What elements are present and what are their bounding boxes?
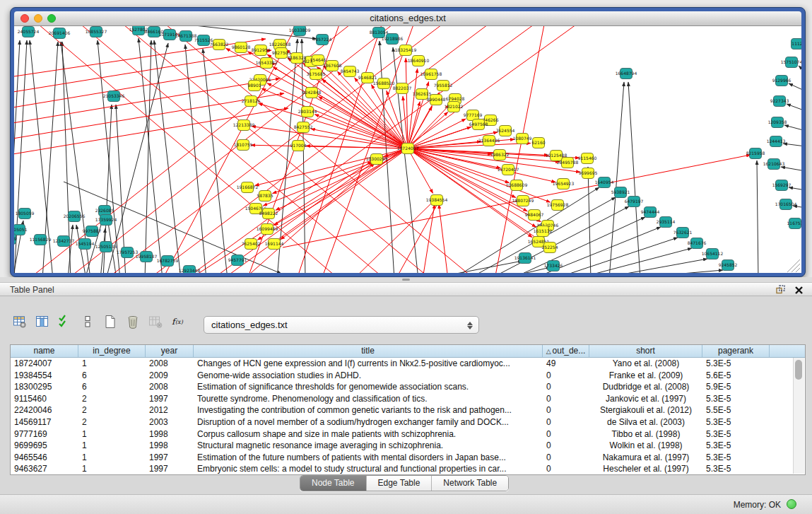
- graph-edge[interactable]: [408, 148, 548, 155]
- graph-node[interactable]: 8471676: [688, 238, 707, 249]
- graph-edge[interactable]: [757, 160, 758, 273]
- graph-edge[interactable]: [595, 259, 707, 273]
- graph-node[interactable]: 917004: [290, 141, 307, 151]
- graph-node[interactable]: 8427552: [294, 122, 313, 133]
- network-canvas[interactable]: 2405572420691406108553271527802846616010…: [14, 26, 801, 273]
- column-header-year[interactable]: year: [146, 345, 194, 357]
- close-window-icon[interactable]: [20, 14, 29, 23]
- graph-edge[interactable]: [408, 143, 531, 148]
- graph-node[interactable]: 2803144: [298, 107, 317, 117]
- table-row[interactable]: 1830029562008Estimation of significance …: [11, 381, 805, 393]
- graph-edge[interactable]: [408, 148, 551, 202]
- close-panel-icon[interactable]: [794, 285, 804, 298]
- table-settings-icon[interactable]: [13, 315, 27, 332]
- graph-node[interactable]: 9245852: [719, 260, 738, 271]
- graph-node[interactable]: 1209358: [768, 117, 787, 128]
- graph-edge[interactable]: [423, 204, 435, 273]
- graph-edge[interactable]: [408, 69, 418, 148]
- graph-edge[interactable]: [185, 45, 206, 273]
- graph-edge[interactable]: [588, 167, 591, 273]
- graph-edge[interactable]: [427, 261, 522, 273]
- graph-node[interactable]: 8822037: [393, 83, 412, 94]
- tab-network-table[interactable]: Network Table: [432, 476, 508, 491]
- scrollbar-thumb[interactable]: [795, 360, 802, 380]
- graph-node[interactable]: 1244413: [767, 136, 786, 147]
- delete-column-disabled-icon[interactable]: [148, 315, 163, 332]
- table-select-dropdown[interactable]: citations_edges.txt: [204, 316, 479, 334]
- graph-edge[interactable]: [784, 125, 801, 131]
- graph-node[interactable]: 98901: [247, 81, 261, 91]
- table-row[interactable]: 969969511998Structural magnetic resonanc…: [11, 440, 805, 452]
- vertical-scrollbar[interactable]: [793, 358, 804, 474]
- graph-node[interactable]: 11156829: [30, 235, 52, 245]
- graph-edge[interactable]: [408, 148, 560, 162]
- graph-node[interactable]: 16210643: [763, 159, 785, 170]
- minimize-window-icon[interactable]: [34, 14, 42, 23]
- zoom-window-icon[interactable]: [47, 14, 56, 23]
- graph-edge[interactable]: [14, 50, 271, 94]
- graph-node[interactable]: 8912954: [252, 45, 271, 56]
- graph-node[interactable]: 7857224: [313, 35, 332, 45]
- graph-node[interactable]: 2935114: [657, 217, 676, 228]
- graph-edge[interactable]: [628, 82, 640, 273]
- graph-node[interactable]: 1080749: [513, 134, 532, 144]
- column-header-out-de-[interactable]: △out_de...: [543, 345, 589, 357]
- graph-edge[interactable]: [439, 204, 448, 273]
- graph-node[interactable]: 3624554: [496, 126, 515, 136]
- window-resize-grip-icon[interactable]: [792, 264, 800, 272]
- table-row[interactable]: 1938455462009Genome-wide association stu…: [11, 370, 805, 382]
- graph-node[interactable]: 21053346: [103, 91, 125, 102]
- graph-node[interactable]: 19384554: [426, 195, 448, 206]
- graph-node[interactable]: 8215958: [746, 148, 765, 159]
- graph-node[interactable]: 1691144: [265, 239, 284, 250]
- graph-node[interactable]: 9129966: [772, 76, 792, 86]
- tab-edge-table[interactable]: Edge Table: [367, 476, 433, 491]
- column-header-title[interactable]: title: [194, 345, 543, 357]
- graph-node[interactable]: 16648794: [616, 69, 637, 79]
- graph-node[interactable]: 8454743: [341, 66, 360, 77]
- window-titlebar[interactable]: citations_edges.txt: [14, 11, 801, 26]
- graph-node[interactable]: 10654112: [702, 249, 724, 259]
- graph-edge[interactable]: [781, 167, 801, 171]
- graph-node[interactable]: 587835: [257, 191, 273, 201]
- graph-node[interactable]: 9699695: [579, 168, 598, 179]
- row-height-icon[interactable]: [81, 315, 95, 332]
- table-row[interactable]: 2242004622012Investigating the contribut…: [11, 404, 805, 416]
- graph-edge[interactable]: [396, 200, 440, 273]
- graph-node[interactable]: 16099489: [257, 224, 278, 235]
- graph-node[interactable]: 116753: [787, 218, 801, 229]
- graph-node[interactable]: 252254: [542, 243, 558, 253]
- graph-edge[interactable]: [274, 148, 408, 226]
- graph-edge[interactable]: [302, 39, 305, 273]
- column-chooser-icon[interactable]: [35, 315, 49, 332]
- tab-node-table[interactable]: Node Table: [300, 476, 367, 491]
- window-resize-grip-icon[interactable]: [796, 268, 800, 272]
- graph-node[interactable]: 7986322: [490, 150, 510, 160]
- table-row[interactable]: 911546021997Tourette syndrome. Phenomeno…: [11, 393, 805, 405]
- select-all-check-icon[interactable]: [58, 315, 72, 332]
- graph-node[interactable]: 7625402: [242, 239, 261, 250]
- graph-node[interactable]: 24055724: [18, 27, 40, 37]
- graph-edge[interactable]: [203, 49, 228, 273]
- column-header-name[interactable]: name: [11, 345, 78, 357]
- graph-node[interactable]: 6479197: [625, 197, 644, 207]
- graph-edge[interactable]: [799, 66, 801, 72]
- graph-edge[interactable]: [510, 217, 645, 273]
- graph-node[interactable]: 10688609: [506, 180, 528, 191]
- column-header-pagerank[interactable]: pagerank: [702, 345, 770, 357]
- graph-edge[interactable]: [574, 248, 692, 273]
- graph-edge[interactable]: [106, 43, 168, 273]
- graph-node[interactable]: 10855327: [86, 27, 107, 37]
- graph-node[interactable]: 12213389: [233, 120, 255, 131]
- graph-edge[interactable]: [789, 83, 801, 91]
- graph-node[interactable]: 16782759: [157, 256, 179, 267]
- graph-edge[interactable]: [783, 144, 801, 146]
- graph-node[interactable]: 18640910: [408, 56, 430, 66]
- graph-edge[interactable]: [609, 82, 624, 273]
- column-header-short[interactable]: short: [589, 345, 702, 357]
- graph-node[interactable]: 19958187: [136, 252, 158, 262]
- graph-edge[interactable]: [787, 104, 801, 111]
- function-builder-icon[interactable]: f(x): [171, 315, 185, 332]
- table-row[interactable]: 1456911722003Disruption of a novel membe…: [11, 416, 805, 428]
- float-panel-icon[interactable]: [775, 284, 786, 298]
